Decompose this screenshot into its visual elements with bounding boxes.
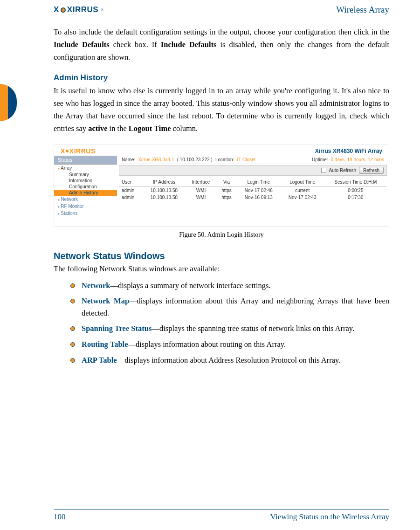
- intro-bold-2: Include Defaults: [161, 40, 217, 49]
- auto-refresh-checkbox[interactable]: [321, 168, 326, 173]
- th-session: Session Time D:H:M: [324, 178, 387, 187]
- info-name-label: Name:: [122, 157, 135, 162]
- ah-b2: Logout Time: [129, 124, 171, 133]
- th-logout: Logout Time: [281, 178, 324, 187]
- info-name-value[interactable]: Xirrus-XR8-3x3-1: [138, 157, 174, 162]
- cell: 0:17:30: [324, 194, 387, 201]
- cell: https: [216, 194, 237, 201]
- bullet-desc: —displays information about Address Reso…: [117, 356, 341, 365]
- ss-main: Name: Xirrus-XR8-3x3-1 ( 10.100.23.222 )…: [117, 156, 389, 226]
- cell: WMI: [186, 194, 216, 201]
- cell: Nov-17 02:43: [281, 194, 324, 201]
- list-item: ARP Table—displays information about Add…: [70, 354, 389, 366]
- refresh-button[interactable]: Refresh: [359, 167, 384, 174]
- intro-pre: To also include the default configuratio…: [54, 28, 389, 36]
- cell: 0:00:25: [324, 186, 387, 194]
- auto-refresh-label: Auto Refresh: [329, 168, 356, 173]
- list-item: Spanning Tree Status—displays the spanni…: [70, 323, 389, 335]
- info-uptime-value: 0 days, 18 hours, 12 mins: [330, 157, 384, 162]
- list-item: Network—displays a summary of network in…: [70, 280, 389, 292]
- ss-logo-dot-icon: [65, 149, 69, 153]
- table-row: admin 10.100.13.58 WMI https Nov-16 09:1…: [119, 194, 387, 201]
- ss-status-header: Status: [54, 156, 117, 165]
- cell: 10.100.13.58: [143, 186, 186, 194]
- th-login: Login Time: [237, 178, 281, 187]
- cell: https: [216, 186, 237, 194]
- cell: current: [281, 186, 324, 194]
- page-header: X XIRRUS ® Wireless Array: [54, 5, 389, 17]
- info-loc-value: IT Closet: [237, 157, 255, 162]
- sidebar-item-admin-history[interactable]: Admin History: [54, 190, 117, 196]
- intro-mid: check box. If: [110, 40, 161, 49]
- table-row: admin 10.100.13.58 WMI https Nov-17 02:4…: [119, 186, 387, 194]
- bullet-desc: —displays the spanning tree status of ne…: [151, 324, 354, 333]
- ah-mid: in the: [107, 124, 128, 133]
- logo-text: X: [54, 5, 59, 14]
- th-user: User: [119, 178, 143, 187]
- link-network[interactable]: Network: [82, 281, 110, 290]
- network-status-heading: Network Status Windows: [54, 251, 389, 262]
- cell: Nov-17 02:46: [237, 186, 281, 194]
- sidebar-item-network[interactable]: Network: [54, 196, 117, 203]
- ss-toolbar: Auto Refresh Refresh: [119, 165, 387, 176]
- link-spanning-tree[interactable]: Spanning Tree Status: [82, 324, 151, 333]
- sidebar-item-array[interactable]: Array: [54, 165, 117, 172]
- intro-paragraph: To also include the default configuratio…: [54, 26, 389, 64]
- sidebar-item-information[interactable]: Information: [54, 178, 117, 184]
- ss-infobar: Name: Xirrus-XR8-3x3-1 ( 10.100.23.222 )…: [119, 156, 387, 164]
- ss-logo: XXIRRUS: [61, 147, 96, 155]
- th-via: Via: [216, 178, 237, 187]
- bullet-desc: —displays information about routing on t…: [128, 340, 286, 349]
- th-interface: Interface: [186, 178, 216, 187]
- list-item: Routing Table—displays information about…: [70, 338, 389, 351]
- page-number: 100: [54, 512, 66, 522]
- link-arp-table[interactable]: ARP Table: [82, 356, 117, 365]
- registered-icon: ®: [101, 8, 103, 12]
- cell: WMI: [186, 186, 216, 194]
- admin-history-screenshot: XXIRRUS Xirrus XR4830 WiFi Array Status …: [54, 145, 389, 227]
- th-ip: IP Address: [143, 178, 186, 187]
- ss-logo-text: XIRRUS: [69, 147, 96, 155]
- brand-logo: X XIRRUS ®: [54, 5, 103, 14]
- footer-title: Viewing Status on the Wireless Array: [270, 512, 389, 522]
- bullet-desc: —displays a summary of network interface…: [110, 281, 270, 290]
- network-intro: The following Network Status windows are…: [54, 262, 389, 275]
- link-routing-table[interactable]: Routing Table: [82, 340, 128, 349]
- figure-caption: Figure 50. Admin Login History: [54, 231, 389, 239]
- admin-history-table: User IP Address Interface Via Login Time…: [119, 178, 387, 201]
- cell: 10.100.13.58: [143, 194, 186, 201]
- doc-title: Wireless Array: [336, 5, 389, 15]
- ss-header: XXIRRUS Xirrus XR4830 WiFi Array: [54, 145, 389, 156]
- sidebar-item-rf-monitor[interactable]: RF Monitor: [54, 203, 117, 210]
- info-uptime-label: Uptime:: [312, 157, 328, 162]
- intro-bold-1: Include Defaults: [54, 40, 110, 49]
- logo-text-rest: XIRRUS: [67, 5, 98, 14]
- ah-b1: active: [88, 124, 107, 133]
- network-bullets: Network—displays a summary of network in…: [54, 280, 389, 366]
- list-item: Network Map—displays information about t…: [70, 295, 389, 319]
- sidebar-item-configuration[interactable]: Configuration: [54, 184, 117, 190]
- ss-body: Status Array Summary Information Configu…: [54, 156, 389, 226]
- ss-model: Xirrus XR4830 WiFi Array: [315, 148, 382, 154]
- info-ip: ( 10.100.23.222 ): [177, 157, 213, 162]
- ah-post: column.: [171, 124, 198, 133]
- admin-history-paragraph: It is useful to know who else is current…: [54, 84, 389, 135]
- sidebar-item-summary[interactable]: Summary: [54, 172, 117, 178]
- ss-sidebar: Status Array Summary Information Configu…: [54, 156, 117, 226]
- sidebar-item-stations[interactable]: Stations: [54, 210, 117, 217]
- page-content: X XIRRUS ® Wireless Array To also includ…: [0, 0, 420, 366]
- page-footer: 100 Viewing Status on the Wireless Array: [54, 509, 389, 522]
- info-loc-label: Location:: [215, 157, 234, 162]
- cell: admin: [119, 186, 143, 194]
- table-header-row: User IP Address Interface Via Login Time…: [119, 178, 387, 187]
- link-network-map[interactable]: Network Map: [82, 296, 129, 305]
- cell: Nov-16 09:13: [237, 194, 281, 201]
- admin-history-heading: Admin History: [54, 73, 389, 83]
- logo-dot-icon: [61, 7, 66, 13]
- cell: admin: [119, 194, 143, 201]
